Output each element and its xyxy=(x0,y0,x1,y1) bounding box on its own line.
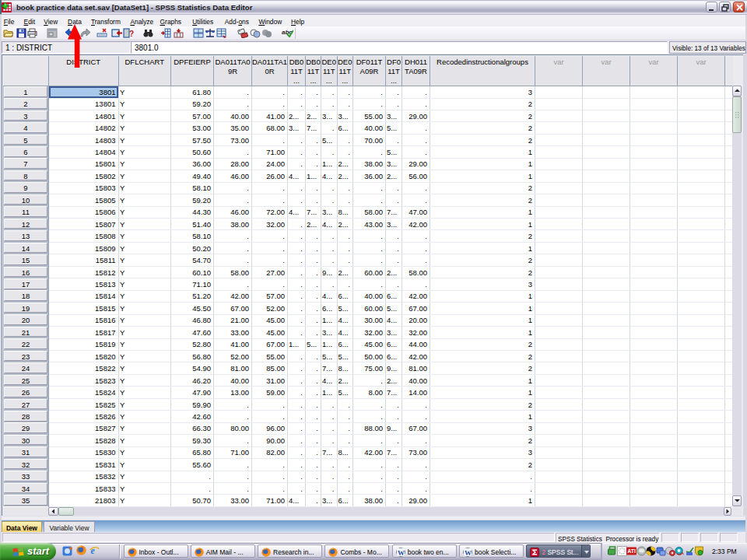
svg-text:ATI: ATI xyxy=(627,548,636,554)
svg-text:W: W xyxy=(465,548,472,556)
svg-text:?: ? xyxy=(129,30,134,38)
svg-text:e: e xyxy=(90,545,95,555)
svg-text:W: W xyxy=(398,548,405,556)
